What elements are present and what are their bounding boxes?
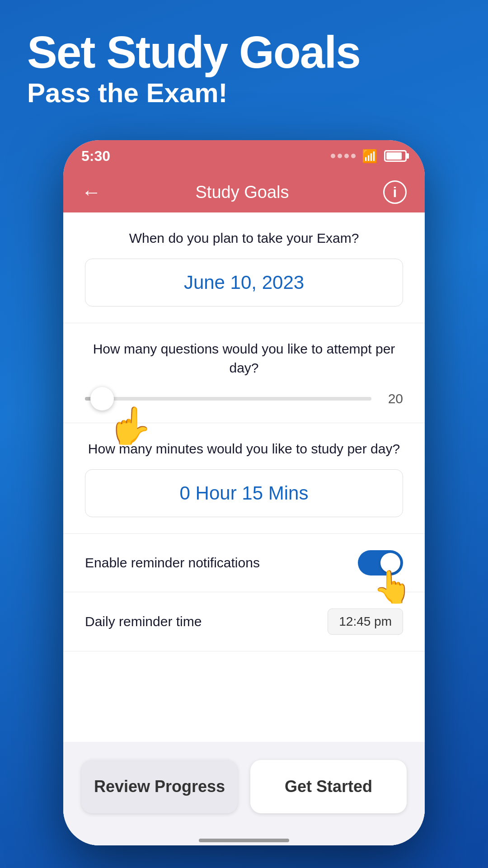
nav-title: Study Goals	[196, 183, 289, 202]
status-time: 5:30	[81, 148, 110, 165]
exam-date-section: When do you plan to take your Exam? June…	[63, 212, 425, 323]
hero-title: Set Study Goals	[27, 27, 360, 77]
info-icon: i	[393, 184, 397, 201]
study-time-section: How many minutes would you like to study…	[63, 423, 425, 534]
bottom-buttons-area: Review Progress Get Started	[63, 742, 425, 827]
slider-thumb[interactable]	[90, 387, 114, 410]
notifications-label: Enable reminder notifications	[85, 555, 260, 571]
battery-icon	[384, 150, 407, 162]
status-bar: 5:30 📶	[63, 140, 425, 172]
notifications-toggle[interactable]	[358, 550, 403, 576]
study-time-question: How many minutes would you like to study…	[85, 439, 403, 458]
content-area: When do you plan to take your Exam? June…	[63, 212, 425, 845]
exam-date-picker[interactable]: June 10, 2023	[85, 259, 403, 307]
notifications-section: Enable reminder notifications 👆	[63, 534, 425, 592]
slider-track[interactable]	[85, 397, 371, 401]
empty-space	[63, 651, 425, 742]
home-indicator	[63, 827, 425, 845]
home-bar	[199, 839, 289, 842]
questions-section: How many questions would you like to att…	[63, 323, 425, 423]
slider-value: 20	[380, 391, 403, 406]
status-icons: 📶	[331, 149, 407, 164]
study-time-picker[interactable]: 0 Hour 15 Mins	[85, 469, 403, 517]
reminder-label: Daily reminder time	[85, 614, 202, 629]
slider-container: 20 👆	[85, 391, 403, 406]
reminder-row: Daily reminder time 12:45 pm	[85, 609, 403, 635]
review-progress-button[interactable]: Review Progress	[81, 760, 238, 813]
toggle-wrap: 👆	[358, 550, 403, 576]
get-started-button[interactable]: Get Started	[250, 760, 407, 813]
hero-section: Set Study Goals Pass the Exam!	[27, 27, 360, 109]
signal-dots	[331, 154, 356, 158]
notifications-row: Enable reminder notifications 👆	[85, 550, 403, 576]
info-button[interactable]: i	[383, 180, 407, 204]
reminder-section: Daily reminder time 12:45 pm	[63, 592, 425, 651]
wifi-icon: 📶	[362, 149, 378, 164]
hero-subtitle: Pass the Exam!	[27, 77, 360, 109]
phone-shell: 5:30 📶 ← Study Goals i When do you plan …	[63, 140, 425, 845]
reminder-time-picker[interactable]: 12:45 pm	[328, 609, 403, 635]
nav-bar: ← Study Goals i	[63, 172, 425, 212]
questions-label: How many questions would you like to att…	[85, 340, 403, 377]
toggle-knob	[380, 553, 400, 573]
battery-fill	[386, 152, 402, 160]
exam-date-question: When do you plan to take your Exam?	[85, 229, 403, 248]
back-button[interactable]: ←	[81, 181, 101, 203]
